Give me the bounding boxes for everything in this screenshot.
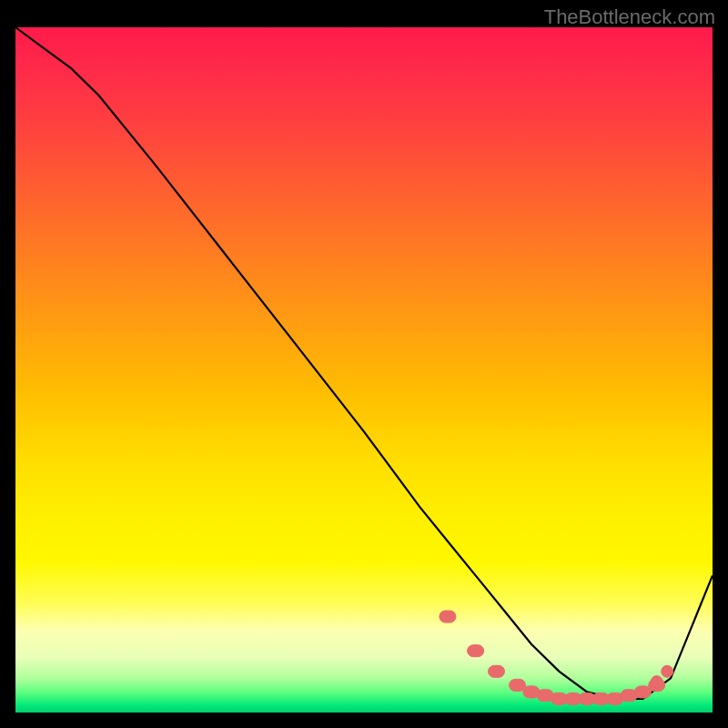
chart-svg — [15, 27, 713, 713]
highlight-dot — [651, 676, 662, 688]
plot-area — [15, 27, 713, 713]
highlight-dot — [440, 611, 456, 622]
highlight-dot — [634, 686, 651, 698]
highlight-dots — [440, 611, 673, 704]
highlight-dot — [468, 645, 484, 657]
highlight-dot — [662, 665, 673, 677]
curve-line — [15, 27, 713, 699]
attribution-text: TheBottleneck.com — [544, 5, 715, 29]
highlight-dot — [510, 679, 526, 691]
highlight-dot — [489, 665, 505, 677]
